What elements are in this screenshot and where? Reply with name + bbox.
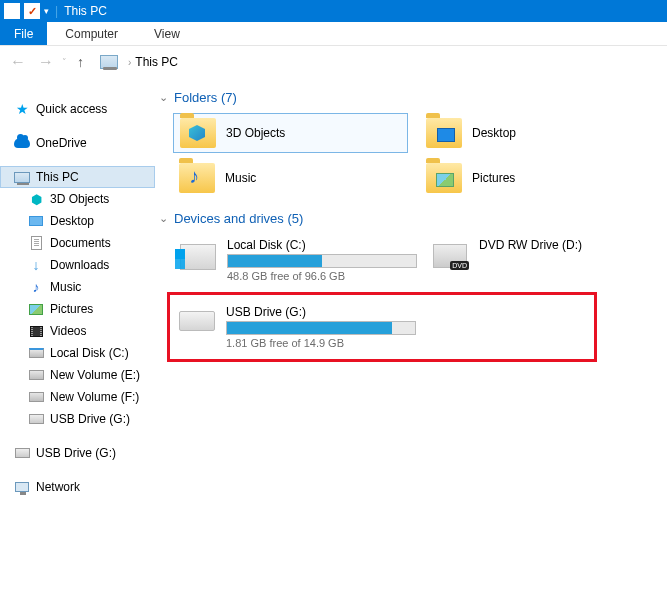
music-icon: ♪ (28, 279, 44, 295)
capacity-fill (227, 322, 392, 334)
sidebar-item-label: Pictures (50, 302, 93, 316)
breadcrumb-separator: › (128, 57, 131, 68)
network-icon (14, 479, 30, 495)
capacity-bar (226, 321, 416, 335)
history-dropdown-icon[interactable]: ˅ (62, 57, 67, 67)
this-pc-icon (100, 55, 118, 69)
dvd-icon (431, 238, 469, 268)
folder-tile-3d-objects[interactable]: 3D Objects (173, 113, 408, 153)
onedrive-icon (14, 135, 30, 151)
video-icon (28, 323, 44, 339)
sidebar-item-documents[interactable]: Documents (0, 232, 155, 254)
drive-icon (179, 238, 217, 270)
sidebar-item-label: Videos (50, 324, 86, 338)
drive-name: USB Drive (G:) (226, 305, 586, 319)
sidebar-item-local-disk-c[interactable]: Local Disk (C:) (0, 342, 155, 364)
sidebar-item-network[interactable]: Network (0, 476, 155, 498)
address-bar[interactable]: › This PC (100, 55, 178, 69)
desktop-icon (28, 213, 44, 229)
qat-separator: | (55, 4, 58, 18)
folder-icon (179, 163, 215, 193)
picture-icon (28, 301, 44, 317)
breadcrumb-location[interactable]: This PC (135, 55, 178, 69)
sidebar-item-videos[interactable]: Videos (0, 320, 155, 342)
sidebar-item-label: USB Drive (G:) (36, 446, 116, 460)
sidebar-item-desktop[interactable]: Desktop (0, 210, 155, 232)
drive-free-text: 48.8 GB free of 96.6 GB (227, 270, 417, 282)
sidebar-item-usb-drive[interactable]: USB Drive (G:) (0, 442, 155, 464)
computer-tab[interactable]: Computer (47, 22, 136, 45)
ribbon: File Computer View (0, 22, 667, 46)
sidebar-item-usb-drive-g[interactable]: USB Drive (G:) (0, 408, 155, 430)
navigation-sidebar: ★ Quick access OneDrive This PC ⬢3D Obje… (0, 78, 155, 601)
drive-tile-usb-g[interactable]: USB Drive (G:) 1.81 GB free of 14.9 GB (172, 301, 592, 353)
drive-name: Local Disk (C:) (227, 238, 417, 252)
drive-tile-dvd[interactable]: DVD RW Drive (D:) (425, 234, 655, 286)
chevron-down-icon: ⌄ (159, 212, 168, 225)
folder-tile-pictures[interactable]: Pictures (420, 159, 655, 197)
drive-tile-local-disk-c[interactable]: Local Disk (C:) 48.8 GB free of 96.6 GB (173, 234, 413, 286)
usb-drive-icon (178, 305, 216, 331)
highlight-annotation: USB Drive (G:) 1.81 GB free of 14.9 GB (167, 292, 597, 362)
forward-button[interactable]: → (34, 51, 58, 73)
sidebar-item-label: Downloads (50, 258, 109, 272)
sidebar-item-pictures[interactable]: Pictures (0, 298, 155, 320)
folder-tile-desktop[interactable]: Desktop (420, 113, 655, 153)
sidebar-item-label: New Volume (E:) (50, 368, 140, 382)
sidebar-item-label: Documents (50, 236, 111, 250)
sidebar-item-music[interactable]: ♪Music (0, 276, 155, 298)
file-tab[interactable]: File (0, 22, 47, 45)
chevron-down-icon: ⌄ (159, 91, 168, 104)
group-header-folders[interactable]: ⌄ Folders (7) (159, 90, 655, 105)
download-icon: ↓ (28, 257, 44, 273)
capacity-bar (227, 254, 417, 268)
folder-icon (180, 118, 216, 148)
folder-label: 3D Objects (226, 126, 285, 140)
cube-icon: ⬢ (28, 191, 44, 207)
disk-icon (28, 389, 44, 405)
title-bar: ✓ ▾ | This PC (0, 0, 667, 22)
usb-icon (28, 411, 44, 427)
disk-icon (28, 367, 44, 383)
qat-dropdown-icon[interactable]: ▾ (44, 6, 49, 16)
sidebar-item-new-volume-f[interactable]: New Volume (F:) (0, 386, 155, 408)
sidebar-item-label: Quick access (36, 102, 107, 116)
sidebar-item-label: New Volume (F:) (50, 390, 139, 404)
folder-icon (426, 163, 462, 193)
document-icon (28, 235, 44, 251)
capacity-fill (228, 255, 322, 267)
content-pane: ⌄ Folders (7) 3D Objects Desktop Music P… (155, 78, 667, 601)
sidebar-item-new-volume-e[interactable]: New Volume (E:) (0, 364, 155, 386)
sidebar-item-label: Local Disk (C:) (50, 346, 129, 360)
folder-label: Desktop (472, 126, 516, 140)
disk-icon (28, 345, 44, 361)
folder-tile-music[interactable]: Music (173, 159, 408, 197)
drive-name: DVD RW Drive (D:) (479, 238, 649, 252)
group-header-devices[interactable]: ⌄ Devices and drives (5) (159, 211, 655, 226)
nav-bar: ← → ˅ ↑ › This PC (0, 46, 667, 78)
folder-label: Music (225, 171, 256, 185)
sidebar-item-label: Desktop (50, 214, 94, 228)
sidebar-item-label: 3D Objects (50, 192, 109, 206)
sidebar-item-label: Music (50, 280, 81, 294)
sidebar-item-label: This PC (36, 170, 79, 184)
sidebar-item-this-pc[interactable]: This PC (0, 166, 155, 188)
qat-properties-icon[interactable]: ✓ (24, 3, 40, 19)
sidebar-item-label: OneDrive (36, 136, 87, 150)
up-button[interactable]: ↑ (71, 52, 90, 72)
star-icon: ★ (14, 101, 30, 117)
back-button[interactable]: ← (6, 51, 30, 73)
folder-icon (426, 118, 462, 148)
sidebar-item-label: USB Drive (G:) (50, 412, 130, 426)
sidebar-item-quick-access[interactable]: ★ Quick access (0, 98, 155, 120)
folder-label: Pictures (472, 171, 515, 185)
group-title: Devices and drives (5) (174, 211, 303, 226)
sidebar-item-onedrive[interactable]: OneDrive (0, 132, 155, 154)
sidebar-item-3d-objects[interactable]: ⬢3D Objects (0, 188, 155, 210)
sidebar-item-label: Network (36, 480, 80, 494)
view-tab[interactable]: View (136, 22, 198, 45)
window-icon (4, 3, 20, 19)
sidebar-item-downloads[interactable]: ↓Downloads (0, 254, 155, 276)
drive-free-text: 1.81 GB free of 14.9 GB (226, 337, 586, 349)
window-title: This PC (64, 4, 107, 18)
